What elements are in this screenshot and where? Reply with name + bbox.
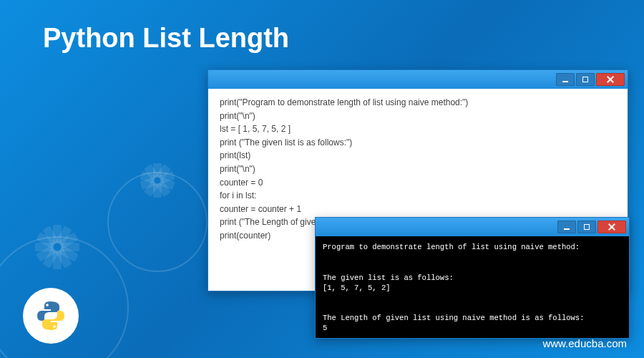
maximize-button[interactable] xyxy=(576,73,595,86)
python-logo-icon xyxy=(23,288,79,344)
close-button[interactable] xyxy=(596,73,625,86)
console-window-titlebar xyxy=(316,218,629,236)
site-url: www.educba.com xyxy=(542,337,627,349)
gear-decoration-small xyxy=(107,172,208,272)
minimize-button[interactable] xyxy=(556,73,575,86)
code-line: lst = [ 1, 5, 7, 5, 2 ] xyxy=(220,122,616,136)
code-line: counter = 0 xyxy=(220,176,616,190)
svg-point-0 xyxy=(46,304,49,306)
code-line: print(lst) xyxy=(220,149,616,163)
minimize-button[interactable] xyxy=(557,221,576,233)
code-line: for i in lst: xyxy=(220,189,616,203)
console-output: Program to demonstrate length of list us… xyxy=(316,236,629,338)
code-line: print ("The given list is as follows:") xyxy=(220,136,616,150)
console-window: Program to demonstrate length of list us… xyxy=(315,217,630,339)
code-window-titlebar xyxy=(208,70,628,89)
code-line: counter = counter + 1 xyxy=(220,203,616,216)
page-title: Python List Length xyxy=(43,23,289,54)
maximize-button[interactable] xyxy=(577,221,596,233)
code-line: print("Program to demonstrate length of … xyxy=(220,96,616,110)
code-line: print("\n") xyxy=(220,110,616,123)
code-line: print("\n") xyxy=(220,163,616,176)
close-button[interactable] xyxy=(597,221,626,233)
svg-point-1 xyxy=(53,325,56,328)
